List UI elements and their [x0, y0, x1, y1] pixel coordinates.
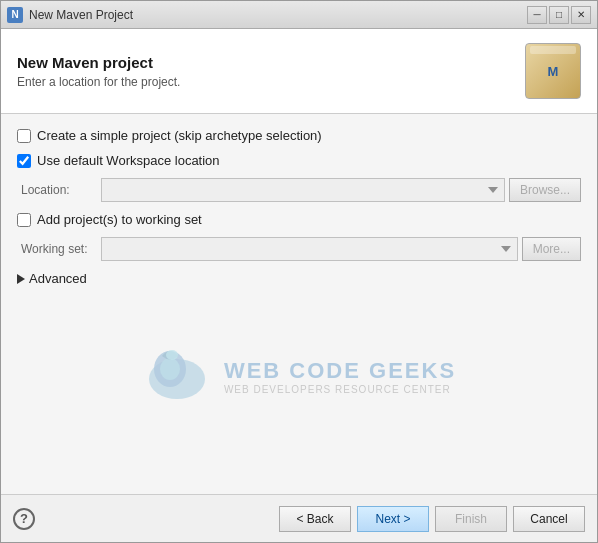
- more-button[interactable]: More...: [522, 237, 581, 261]
- footer: ? < Back Next > Finish Cancel: [1, 494, 597, 542]
- svg-point-3: [166, 350, 178, 360]
- location-label: Location:: [21, 183, 101, 197]
- working-set-input-group: More...: [101, 237, 581, 261]
- working-set-select[interactable]: [101, 237, 518, 261]
- working-set-label: Working set:: [21, 242, 101, 256]
- watermark-graphic: [142, 341, 212, 411]
- simple-project-label[interactable]: Create a simple project (skip archetype …: [37, 128, 322, 143]
- location-row: Location: Browse...: [17, 178, 581, 202]
- watermark-main-text: WEB CODE GEEKS: [224, 358, 456, 384]
- maven-icon: M: [525, 43, 581, 99]
- location-input-group: Browse...: [101, 178, 581, 202]
- simple-project-checkbox[interactable]: [17, 129, 31, 143]
- help-button[interactable]: ?: [13, 508, 35, 530]
- watermark-logo: WEB CODE GEEKS WEB DEVELOPERS RESOURCE C…: [142, 341, 456, 411]
- location-select[interactable]: [101, 178, 505, 202]
- working-set-field-row: Working set: More...: [17, 237, 581, 261]
- page-subtitle: Enter a location for the project.: [17, 75, 180, 89]
- watermark-sub-text: WEB DEVELOPERS RESOURCE CENTER: [224, 384, 456, 395]
- content-area: Create a simple project (skip archetype …: [1, 114, 597, 494]
- add-working-set-checkbox[interactable]: [17, 213, 31, 227]
- footer-left: ?: [13, 508, 35, 530]
- maximize-button[interactable]: □: [549, 6, 569, 24]
- chevron-right-icon: [17, 274, 25, 284]
- default-workspace-row: Use default Workspace location: [17, 153, 581, 168]
- close-button[interactable]: ✕: [571, 6, 591, 24]
- back-button[interactable]: < Back: [279, 506, 351, 532]
- add-working-set-label[interactable]: Add project(s) to working set: [37, 212, 202, 227]
- svg-point-2: [160, 358, 180, 380]
- title-bar-left: N New Maven Project: [7, 7, 133, 23]
- title-bar: N New Maven Project ─ □ ✕: [1, 1, 597, 29]
- simple-project-row: Create a simple project (skip archetype …: [17, 128, 581, 143]
- cancel-button[interactable]: Cancel: [513, 506, 585, 532]
- page-title: New Maven project: [17, 54, 180, 71]
- window-icon: N: [7, 7, 23, 23]
- minimize-button[interactable]: ─: [527, 6, 547, 24]
- logo-text-area: WEB CODE GEEKS WEB DEVELOPERS RESOURCE C…: [224, 358, 456, 395]
- advanced-label: Advanced: [29, 271, 87, 286]
- browse-button[interactable]: Browse...: [509, 178, 581, 202]
- default-workspace-checkbox[interactable]: [17, 154, 31, 168]
- window-title: New Maven Project: [29, 8, 133, 22]
- next-button[interactable]: Next >: [357, 506, 429, 532]
- working-set-row: Add project(s) to working set: [17, 212, 581, 227]
- watermark-area: WEB CODE GEEKS WEB DEVELOPERS RESOURCE C…: [17, 286, 581, 466]
- default-workspace-label[interactable]: Use default Workspace location: [37, 153, 220, 168]
- advanced-section[interactable]: Advanced: [17, 271, 581, 286]
- main-window: N New Maven Project ─ □ ✕ New Maven proj…: [0, 0, 598, 543]
- finish-button[interactable]: Finish: [435, 506, 507, 532]
- header-text: New Maven project Enter a location for t…: [17, 54, 180, 89]
- footer-buttons: < Back Next > Finish Cancel: [279, 506, 585, 532]
- header-section: New Maven project Enter a location for t…: [1, 29, 597, 114]
- title-controls: ─ □ ✕: [527, 6, 591, 24]
